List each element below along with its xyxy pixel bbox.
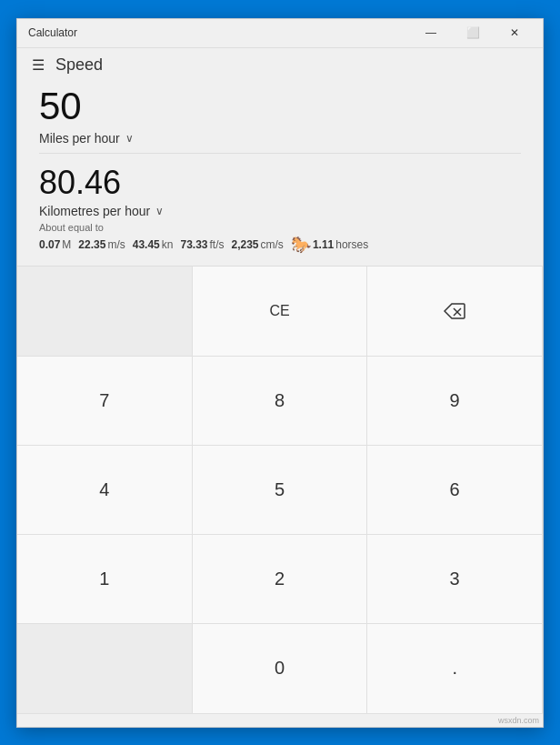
key-decimal[interactable]: .: [367, 624, 543, 713]
horse-icon: 🐎: [291, 235, 311, 255]
minimize-button[interactable]: —: [410, 18, 452, 47]
key-7[interactable]: 7: [17, 357, 193, 446]
equiv-value-horse: 1.11: [313, 238, 334, 251]
divider: [39, 153, 521, 154]
equiv-value-1: 22.35: [78, 238, 105, 251]
watermark: wsxdn.com: [17, 714, 543, 727]
content-area: ☰ Speed 50 Miles per hour ∨ 80.46 Kilome…: [17, 48, 543, 714]
equiv-value-3: 73.33: [180, 238, 207, 251]
empty-key-bottom: [17, 624, 193, 713]
page-title: Speed: [55, 55, 103, 75]
equiv-item-3: 73.33 ft/s: [180, 238, 224, 251]
equiv-unit-3: ft/s: [209, 238, 224, 251]
equiv-item-1: 22.35 m/s: [78, 238, 125, 251]
key-8[interactable]: 8: [193, 357, 368, 446]
equiv-item-4: 2,235 cm/s: [232, 238, 284, 251]
title-bar-controls: — ⬜ ✕: [410, 18, 535, 47]
key-3[interactable]: 3: [367, 535, 543, 624]
equiv-item-horse: 🐎 1.11 horses: [291, 235, 368, 255]
app-header: ☰ Speed: [17, 48, 543, 78]
equiv-value-0: 0.07: [39, 238, 60, 251]
key-6[interactable]: 6: [367, 446, 543, 535]
equiv-unit-1: m/s: [107, 238, 125, 251]
key-0[interactable]: 0: [193, 624, 368, 713]
window-title: Calculator: [25, 26, 410, 39]
ce-button[interactable]: CE: [193, 267, 368, 356]
output-unit-label: Kilometres per hour: [39, 204, 150, 218]
input-unit-chevron-icon: ∨: [125, 132, 134, 145]
equiv-item-2: 43.45 kn: [133, 238, 174, 251]
equiv-unit-0: M: [62, 238, 71, 251]
key-2[interactable]: 2: [193, 535, 368, 624]
output-unit-chevron-icon: ∨: [155, 205, 164, 217]
about-equal-label: About equal to: [39, 222, 521, 233]
key-4[interactable]: 4: [17, 446, 193, 535]
equiv-value-4: 2,235: [232, 238, 259, 251]
input-unit-label: Miles per hour: [39, 131, 120, 146]
equiv-unit-horse: horses: [335, 238, 368, 251]
input-unit-selector[interactable]: Miles per hour ∨: [39, 131, 521, 146]
close-button[interactable]: ✕: [494, 18, 535, 47]
output-unit-selector[interactable]: Kilometres per hour ∨: [39, 204, 521, 218]
output-value: 80.46: [39, 165, 521, 201]
hamburger-icon[interactable]: ☰: [32, 56, 45, 74]
key-5[interactable]: 5: [193, 446, 368, 535]
equivalents-row: 0.07 M 22.35 m/s 43.45 kn 73.33 ft/s 2,2…: [39, 235, 521, 255]
equiv-value-2: 43.45: [133, 238, 160, 251]
converter-section: 50 Miles per hour ∨ 80.46 Kilometres per…: [17, 78, 543, 267]
equiv-unit-4: cm/s: [261, 238, 284, 251]
equiv-unit-2: kn: [162, 238, 174, 251]
key-9[interactable]: 9: [367, 357, 543, 446]
key-1[interactable]: 1: [17, 535, 193, 624]
backspace-icon: [444, 303, 465, 319]
title-bar: Calculator — ⬜ ✕: [17, 19, 543, 48]
keypad: CE 7 8 9 4 5 6 1 2 3 0 .: [17, 266, 543, 713]
backspace-button[interactable]: [367, 267, 543, 356]
equiv-item-0: 0.07 M: [39, 238, 71, 251]
input-value: 50: [39, 86, 521, 127]
empty-key-top: [17, 267, 193, 356]
calculator-window: Calculator — ⬜ ✕ ☰ Speed 50 Miles per ho…: [16, 18, 544, 728]
maximize-button[interactable]: ⬜: [452, 18, 494, 47]
